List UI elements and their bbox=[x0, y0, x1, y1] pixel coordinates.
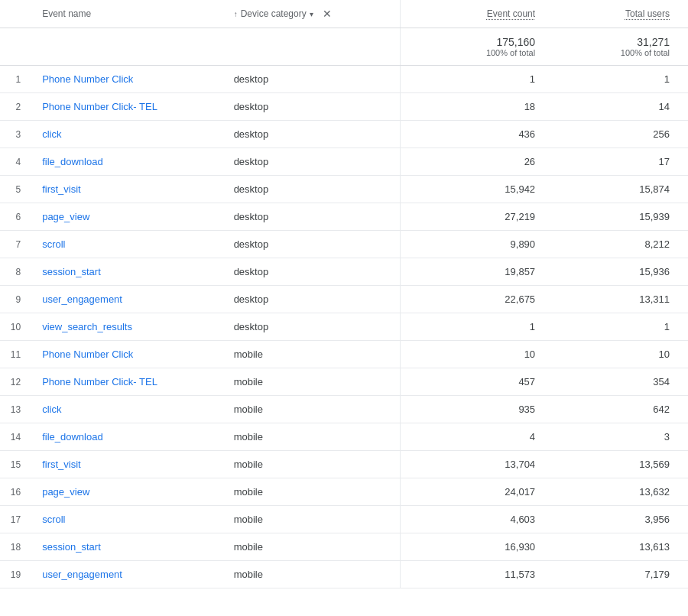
table-row: 14 file_download mobile 4 3 bbox=[0, 423, 688, 451]
table-row: 3 click desktop 436 256 bbox=[0, 121, 688, 148]
analytics-table: Event name ↑ Device category ▾ ✕ Event c… bbox=[0, 0, 688, 588]
row-event[interactable]: page_view bbox=[33, 203, 224, 231]
event-link[interactable]: Phone Number Click bbox=[42, 73, 133, 85]
totals-device bbox=[225, 28, 401, 66]
row-event-count: 18 bbox=[401, 93, 544, 121]
dropdown-arrow-icon[interactable]: ▾ bbox=[310, 10, 313, 18]
col-device-header[interactable]: ↑ Device category ▾ ✕ bbox=[225, 0, 401, 28]
event-link[interactable]: first_visit bbox=[42, 459, 81, 470]
row-num: 9 bbox=[0, 286, 33, 313]
event-link[interactable]: Phone Number Click bbox=[42, 349, 133, 360]
sort-arrow-icon: ↑ bbox=[234, 10, 238, 18]
table-row: 6 page_view desktop 27,219 15,939 bbox=[0, 203, 688, 231]
row-event[interactable]: first_visit bbox=[33, 451, 224, 478]
row-event[interactable]: session_start bbox=[33, 258, 224, 286]
row-total-users: 256 bbox=[544, 121, 688, 148]
row-num: 15 bbox=[0, 451, 33, 478]
totals-row: 175,160 100% of total 31,271 100% of tot… bbox=[0, 28, 688, 66]
event-link[interactable]: Phone Number Click- TEL bbox=[42, 376, 157, 387]
event-link[interactable]: Phone Number Click- TEL bbox=[42, 101, 157, 112]
totals-event-count: 175,160 bbox=[410, 36, 535, 48]
row-event[interactable]: click bbox=[33, 396, 224, 423]
table-row: 5 first_visit desktop 15,942 15,874 bbox=[0, 176, 688, 203]
row-event[interactable]: page_view bbox=[33, 478, 224, 506]
row-event[interactable]: click bbox=[33, 121, 224, 148]
row-event-count: 19,857 bbox=[401, 258, 544, 286]
row-num: 12 bbox=[0, 368, 33, 396]
event-link[interactable]: scroll bbox=[42, 238, 65, 250]
row-num: 16 bbox=[0, 478, 33, 506]
table-row: 7 scroll desktop 9,890 8,212 bbox=[0, 231, 688, 258]
row-total-users: 1 bbox=[544, 66, 688, 93]
totals-event bbox=[33, 28, 224, 66]
event-link[interactable]: session_start bbox=[42, 266, 101, 277]
totals-event-count-cell: 175,160 100% of total bbox=[401, 28, 544, 66]
event-link[interactable]: page_view bbox=[42, 486, 89, 498]
row-device: mobile bbox=[225, 396, 401, 423]
row-event[interactable]: file_download bbox=[33, 148, 224, 176]
event-link[interactable]: user_engagement bbox=[42, 293, 122, 305]
device-text: mobile bbox=[234, 486, 263, 498]
row-num: 18 bbox=[0, 533, 33, 561]
row-total-users: 15,936 bbox=[544, 258, 688, 286]
row-event[interactable]: Phone Number Click- TEL bbox=[33, 93, 224, 121]
row-event[interactable]: session_start bbox=[33, 533, 224, 561]
row-event[interactable]: scroll bbox=[33, 231, 224, 258]
table-row: 15 first_visit mobile 13,704 13,569 bbox=[0, 451, 688, 478]
row-event-count: 26 bbox=[401, 148, 544, 176]
row-event[interactable]: scroll bbox=[33, 506, 224, 533]
row-event-count: 11,573 bbox=[401, 561, 544, 588]
event-link[interactable]: view_search_results bbox=[42, 321, 132, 332]
device-text: desktop bbox=[234, 321, 269, 332]
device-text: desktop bbox=[234, 183, 269, 195]
col-total-users-header[interactable]: Total users bbox=[544, 0, 688, 28]
row-num: 10 bbox=[0, 313, 33, 341]
table-row: 19 user_engagement mobile 11,573 7,179 bbox=[0, 561, 688, 588]
row-device: mobile bbox=[225, 533, 401, 561]
col-event-count-header[interactable]: Event count bbox=[401, 0, 544, 28]
row-total-users: 13,569 bbox=[544, 451, 688, 478]
row-num: 2 bbox=[0, 93, 33, 121]
table-row: 18 session_start mobile 16,930 13,613 bbox=[0, 533, 688, 561]
row-num: 19 bbox=[0, 561, 33, 588]
row-device: desktop bbox=[225, 93, 401, 121]
table-row: 1 Phone Number Click desktop 1 1 bbox=[0, 66, 688, 93]
table-row: 4 file_download desktop 26 17 bbox=[0, 148, 688, 176]
row-event[interactable]: first_visit bbox=[33, 176, 224, 203]
row-device: mobile bbox=[225, 506, 401, 533]
close-filter-button[interactable]: ✕ bbox=[323, 8, 332, 20]
row-event-count: 1 bbox=[401, 66, 544, 93]
event-count-label: Event count bbox=[487, 8, 535, 19]
row-num: 14 bbox=[0, 423, 33, 451]
event-link[interactable]: first_visit bbox=[42, 183, 81, 195]
row-event-count: 27,219 bbox=[401, 203, 544, 231]
row-total-users: 13,613 bbox=[544, 533, 688, 561]
row-event-count: 1 bbox=[401, 313, 544, 341]
row-total-users: 10 bbox=[544, 341, 688, 368]
event-link[interactable]: file_download bbox=[42, 156, 103, 167]
row-device: mobile bbox=[225, 451, 401, 478]
row-device: mobile bbox=[225, 561, 401, 588]
event-link[interactable]: file_download bbox=[42, 431, 103, 443]
row-event[interactable]: file_download bbox=[33, 423, 224, 451]
event-link[interactable]: click bbox=[42, 404, 61, 415]
event-link[interactable]: user_engagement bbox=[42, 569, 122, 580]
row-event[interactable]: user_engagement bbox=[33, 561, 224, 588]
row-event[interactable]: view_search_results bbox=[33, 313, 224, 341]
row-event[interactable]: Phone Number Click- TEL bbox=[33, 368, 224, 396]
row-event[interactable]: user_engagement bbox=[33, 286, 224, 313]
row-event[interactable]: Phone Number Click bbox=[33, 341, 224, 368]
device-text: desktop bbox=[234, 128, 269, 140]
event-name-label: Event name bbox=[42, 8, 91, 19]
event-link[interactable]: page_view bbox=[42, 211, 89, 222]
row-event-count: 22,675 bbox=[401, 286, 544, 313]
row-total-users: 1 bbox=[544, 313, 688, 341]
event-link[interactable]: click bbox=[42, 128, 61, 140]
event-link[interactable]: scroll bbox=[42, 514, 65, 525]
row-event[interactable]: Phone Number Click bbox=[33, 66, 224, 93]
row-num: 7 bbox=[0, 231, 33, 258]
row-event-count: 4 bbox=[401, 423, 544, 451]
row-total-users: 14 bbox=[544, 93, 688, 121]
event-link[interactable]: session_start bbox=[42, 541, 101, 553]
table-row: 11 Phone Number Click mobile 10 10 bbox=[0, 341, 688, 368]
